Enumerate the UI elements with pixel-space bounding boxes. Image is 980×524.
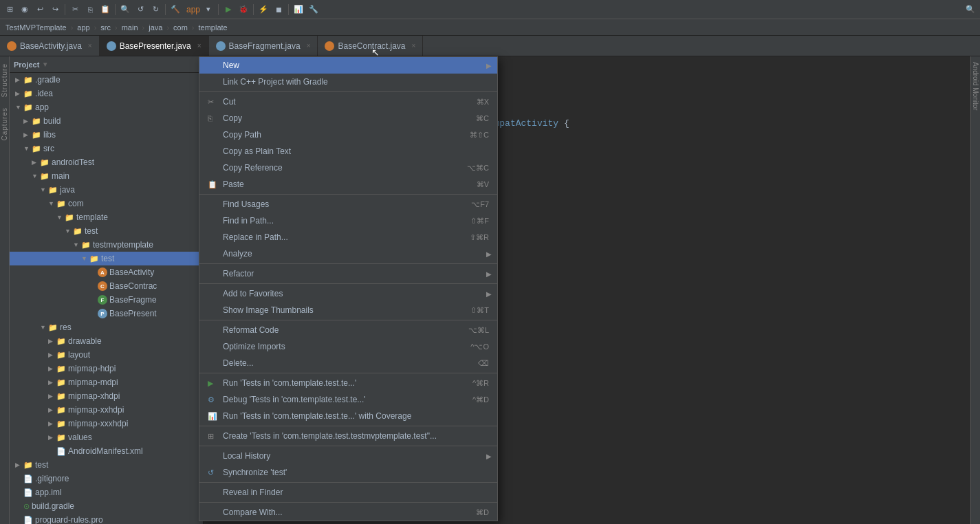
toolbar-icon-6[interactable]: ⎘ [83,3,97,17]
menu-item-copy-plain[interactable]: Copy as Plain Text [199,143,497,160]
breadcrumb-app[interactable]: app [74,23,92,32]
tree-item-mipmap-xxxhdpi[interactable]: ▶ 📁 mipmap-xxxhdpi [10,417,203,430]
tree-label-src: src [43,144,54,153]
tree-item-main[interactable]: ▼ 📁 main [10,169,203,183]
toolbar-icon-4[interactable]: ↪ [48,3,62,17]
tab-base-activity[interactable]: BaseActivity.java × [0,36,100,56]
toolbar-icon-9[interactable]: ↺ [133,3,147,17]
menu-item-add-favorites[interactable]: Add to Favorites ▶ [199,285,497,302]
toolbar-icon-14[interactable]: 📊 [292,3,305,17]
tree-item-libs[interactable]: ▶ 📁 libs [10,128,203,142]
project-tree[interactable]: Project ▾ ▶ 📁 .gradle ▶ 📁 .idea ▼ 📁 app … [10,56,204,524]
menu-item-copy-ref[interactable]: Copy Reference ⌥⌘C [199,160,497,176]
tree-item-gitignore[interactable]: ▶ 📄 .gitignore [10,472,203,485]
toolbar-icon-13[interactable]: ⏹ [272,3,285,17]
breadcrumb-project[interactable]: TestMVPTemplate [3,23,69,32]
tree-item-app[interactable]: ▼ 📁 app [10,100,203,114]
tab-base-fragment[interactable]: BaseFragment.java × [209,36,318,56]
menu-item-analyze[interactable]: Analyze ▶ [199,245,497,262]
tree-item-layout[interactable]: ▶ 📁 layout [10,348,203,362]
toolbar-icon-2[interactable]: ◉ [18,3,32,17]
toolbar-icon-1[interactable]: ⊞ [3,3,17,17]
tree-item-build[interactable]: ▶ 📁 build [10,114,203,128]
tab-base-contract[interactable]: BaseContract.java × [318,36,423,56]
tree-item-test-root[interactable]: ▶ 📁 test [10,458,203,472]
breadcrumb-template[interactable]: template [196,23,230,32]
tree-item-test-selected[interactable]: ▼ 📁 test [10,252,203,265]
tab-base-presenter[interactable]: BasePresenter.java × [100,36,209,56]
tree-item-java[interactable]: ▼ 📁 java [10,183,203,197]
toolbar-icon-5[interactable]: ✂ [68,3,82,17]
tree-item-src[interactable]: ▼ 📁 src [10,142,203,155]
tree-item-test-folder[interactable]: ▼ 📁 test [10,224,203,238]
tree-item-testmvptemplate[interactable]: ▼ 📁 testmvptemplate [10,238,203,252]
tree-item-mipmap-xhdpi[interactable]: ▶ 📁 mipmap-xhdpi [10,389,203,403]
toolbar-icon-12[interactable]: ⚡ [257,3,270,17]
menu-item-compare-with[interactable]: Compare With... ⌘D [199,504,497,521]
toolbar-icon-11[interactable]: 🔨 [168,3,182,17]
menu-item-reveal-finder[interactable]: Reveal in Finder [199,484,497,501]
menu-item-refactor[interactable]: Refactor ▶ [199,265,497,282]
menu-item-reformat[interactable]: Reformat Code ⌥⌘L [199,322,497,338]
toolbar-icon-10[interactable]: ↻ [149,3,162,17]
menu-item-debug-tests[interactable]: ⚙ Debug 'Tests in 'com.template.test.te.… [199,391,497,408]
structure-panel-tab[interactable]: Structure [0,59,9,102]
menu-item-local-history[interactable]: Local History ▶ [199,448,497,464]
debug-button[interactable]: 🐞 [237,3,250,17]
tree-item-build-gradle[interactable]: ▶ ⊙ build.gradle [10,499,203,513]
menu-item-find-usages[interactable]: Find Usages ⌥F7 [199,196,497,212]
tree-item-basefragment[interactable]: ▶ F BaseFragme [10,293,203,307]
tree-item-basecontract[interactable]: ▶ C BaseContrac [10,279,203,293]
search-everywhere-icon[interactable]: 🔍 [963,3,977,17]
menu-item-paste[interactable]: 📋 Paste ⌘V [199,176,497,193]
breadcrumb-src[interactable]: src [98,23,113,32]
tree-item-mipmap-xxhdpi[interactable]: ▶ 📁 mipmap-xxhdpi [10,403,203,417]
tab-close-contract[interactable]: × [412,42,416,50]
menu-item-new[interactable]: New ▶ [199,57,497,74]
menu-item-show-thumbnails[interactable]: Show Image Thumbnails ⇧⌘T [199,302,497,318]
menu-item-delete[interactable]: Delete... ⌫ [199,355,497,371]
menu-item-replace-path[interactable]: Replace in Path... ⇧⌘R [199,229,497,245]
toolbar-icon-7[interactable]: 📋 [98,3,112,17]
breadcrumb-main[interactable]: main [119,23,141,32]
menu-item-cut[interactable]: ✂ Cut ⌘X [199,94,497,110]
tree-item-idea[interactable]: ▶ 📁 .idea [10,87,203,100]
menu-item-run-coverage[interactable]: 📊 Run 'Tests in 'com.template.test.te...… [199,408,497,424]
toolbar-dropdown-icon[interactable]: ▾ [202,3,215,17]
tree-item-basepresenter[interactable]: ▶ P BasePresent [10,307,203,320]
tree-item-mipmap-mdpi[interactable]: ▶ 📁 mipmap-mdpi [10,375,203,389]
android-monitor-tab[interactable]: Android Monitor [971,56,980,116]
tree-item-mipmap-hdpi[interactable]: ▶ 📁 mipmap-hdpi [10,362,203,375]
tab-close-fragment[interactable]: × [307,42,311,50]
menu-item-link-cpp[interactable]: Link C++ Project with Gradle [199,74,497,90]
toolbar-app-name[interactable]: app [186,5,200,14]
run-button[interactable]: ▶ [221,3,235,17]
tree-item-gradle[interactable]: ▶ 📁 .gradle [10,73,203,87]
tree-item-manifest[interactable]: ▶ 📄 AndroidManifest.xml [10,444,203,458]
menu-item-synchronize[interactable]: ↺ Synchronize 'test' [199,464,497,481]
tree-item-res[interactable]: ▼ 📁 res [10,320,203,334]
menu-item-optimize[interactable]: Optimize Imports ^⌥O [199,338,497,355]
tree-item-com[interactable]: ▼ 📁 com [10,197,203,210]
menu-item-run-tests[interactable]: ▶ Run 'Tests in 'com.template.test.te...… [199,375,497,391]
toolbar-icon-3[interactable]: ↩ [33,3,47,17]
menu-item-find-path[interactable]: Find in Path... ⇧⌘F [199,212,497,229]
breadcrumb-java[interactable]: java [146,23,165,32]
menu-item-create-tests[interactable]: ⊞ Create 'Tests in 'com.template.test.te… [199,428,497,444]
tab-close-activity[interactable]: × [88,42,92,50]
tree-item-proguard[interactable]: ▶ 📄 proguard-rules.pro [10,513,203,524]
tab-close-presenter[interactable]: × [197,42,202,50]
tree-item-drawable[interactable]: ▶ 📁 drawable [10,334,203,348]
menu-item-copy-path[interactable]: Copy Path ⌘⇧C [199,127,497,143]
tree-item-values[interactable]: ▶ 📁 values [10,430,203,444]
breadcrumb-com[interactable]: com [171,23,190,32]
favorites-arrow: ▶ [486,290,492,298]
menu-item-copy[interactable]: ⎘ Copy ⌘C [199,110,497,127]
tree-item-androidtest[interactable]: ▶ 📁 androidTest [10,155,203,169]
toolbar-icon-15[interactable]: 🔧 [307,3,320,17]
captures-panel-tab[interactable]: Captures [0,103,9,145]
tree-item-app-iml[interactable]: ▶ 📄 app.iml [10,485,203,499]
tree-item-template[interactable]: ▼ 📁 template [10,210,203,224]
toolbar-icon-8[interactable]: 🔍 [118,3,132,17]
tree-item-baseactivity[interactable]: ▶ A BaseActivity [10,265,203,279]
